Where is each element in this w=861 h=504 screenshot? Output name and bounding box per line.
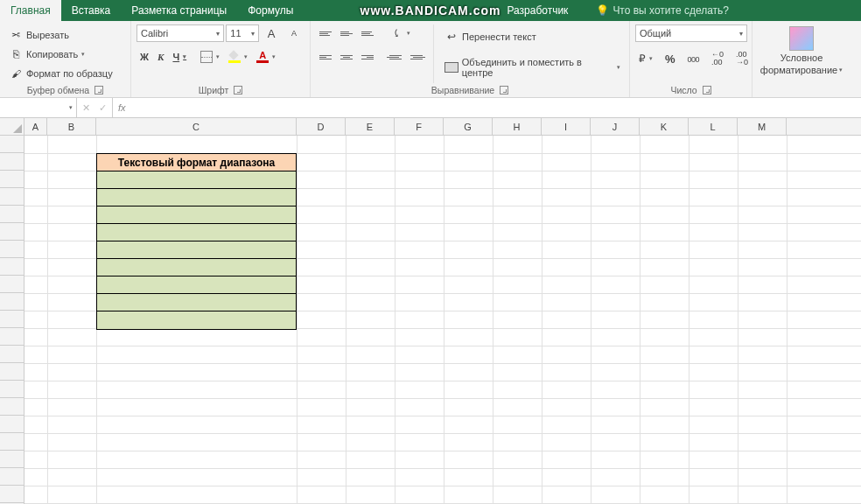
orientation-button[interactable]: ▾ xyxy=(386,24,414,42)
row-header[interactable] xyxy=(0,416,24,433)
column-header[interactable]: C xyxy=(96,118,297,135)
row-header[interactable] xyxy=(0,486,24,503)
merge-center-button[interactable]: Объединить и поместить в центре ▾ xyxy=(441,55,624,80)
insert-function-button[interactable]: fx xyxy=(113,98,131,117)
font-color-button[interactable]: A ▾ xyxy=(253,49,279,65)
tab-home[interactable]: Главная xyxy=(0,0,61,21)
spreadsheet-grid: ABCDEFGHIJKLM Текстовый формат диапазона xyxy=(0,118,861,504)
row-header[interactable] xyxy=(0,276,24,293)
increase-decimal-button[interactable]: ←0 .00 xyxy=(708,49,727,68)
formatted-cell[interactable] xyxy=(97,242,296,259)
row-header[interactable] xyxy=(0,433,24,451)
tab-formulas[interactable]: Формулы xyxy=(237,0,304,21)
number-format-value: Общий xyxy=(640,28,671,38)
tell-me-search[interactable]: 💡 Что вы хотите сделать? xyxy=(596,4,729,17)
align-top-button[interactable] xyxy=(316,25,335,41)
conditional-formatting-button[interactable]: Условное форматирование ▾ xyxy=(757,24,846,95)
column-header[interactable]: A xyxy=(24,118,47,135)
formatted-cell[interactable] xyxy=(97,189,296,206)
font-dialog-launcher[interactable] xyxy=(234,86,242,94)
column-header[interactable]: K xyxy=(640,118,689,135)
column-header[interactable]: F xyxy=(395,118,444,135)
row-header[interactable] xyxy=(0,346,24,363)
formatted-cell[interactable] xyxy=(97,224,296,242)
cancel-formula-button[interactable]: ✕ xyxy=(82,102,90,114)
row-header[interactable] xyxy=(0,328,24,346)
row-header[interactable] xyxy=(0,258,24,276)
column-header[interactable]: B xyxy=(47,118,96,135)
row-header[interactable] xyxy=(0,398,24,416)
row-header[interactable] xyxy=(0,293,24,311)
alignment-dialog-launcher[interactable] xyxy=(500,86,508,94)
decrease-decimal-icon: .00 →0 xyxy=(736,51,748,66)
font-size-combo[interactable]: 11 ▾ xyxy=(226,24,259,42)
row-header[interactable] xyxy=(0,223,24,241)
column-header[interactable]: J xyxy=(591,118,640,135)
column-header[interactable]: D xyxy=(297,118,346,135)
increase-indent-button[interactable] xyxy=(407,49,426,65)
column-header[interactable]: M xyxy=(738,118,787,135)
clipboard-dialog-launcher[interactable] xyxy=(94,86,103,94)
formatted-cell[interactable] xyxy=(97,206,296,224)
italic-button[interactable]: К xyxy=(154,50,167,64)
cells-area[interactable]: Текстовый формат диапазона xyxy=(24,136,861,504)
confirm-formula-button[interactable]: ✓ xyxy=(99,102,107,114)
align-bottom-button[interactable] xyxy=(358,25,377,41)
wrap-text-button[interactable]: Перенести текст xyxy=(441,28,624,46)
font-name-combo[interactable]: Calibri ▾ xyxy=(136,24,224,42)
underline-button[interactable]: Ч ▾ xyxy=(169,50,190,64)
align-left-button[interactable] xyxy=(316,49,335,65)
formatted-cell[interactable] xyxy=(97,259,296,276)
percent-button[interactable] xyxy=(662,51,679,67)
column-header[interactable]: E xyxy=(346,118,395,135)
formula-input[interactable] xyxy=(131,98,861,117)
formatted-cell[interactable] xyxy=(97,294,296,312)
tab-insert[interactable]: Вставка xyxy=(61,0,122,21)
accounting-format-button[interactable]: ₽▾ xyxy=(635,51,656,66)
number-dialog-launcher[interactable] xyxy=(703,86,711,94)
chevron-down-icon: ▾ xyxy=(617,64,620,71)
conditional-formatting-icon xyxy=(789,26,814,51)
copy-button[interactable]: Копировать ▾ xyxy=(5,46,116,63)
chevron-down-icon: ▾ xyxy=(244,53,248,60)
align-middle-button[interactable] xyxy=(337,25,356,41)
row-header[interactable] xyxy=(0,241,24,258)
row-header[interactable] xyxy=(0,171,24,188)
align-center-button[interactable] xyxy=(337,49,356,65)
column-header[interactable]: L xyxy=(689,118,738,135)
name-box[interactable]: ▾ xyxy=(0,98,77,117)
percent-icon xyxy=(665,52,676,66)
format-painter-button[interactable]: Формат по образцу xyxy=(5,65,116,82)
column-header[interactable]: I xyxy=(542,118,591,135)
fill-color-button[interactable]: ▾ xyxy=(225,49,251,65)
shrink-font-button[interactable] xyxy=(284,24,304,42)
row-header[interactable] xyxy=(0,153,24,171)
cut-button[interactable]: Вырезать xyxy=(5,26,116,44)
row-header[interactable] xyxy=(0,206,24,223)
bold-button[interactable]: Ж xyxy=(136,50,152,64)
decrease-decimal-button[interactable]: .00 →0 xyxy=(732,49,752,68)
formatted-cell[interactable] xyxy=(97,312,296,329)
row-header[interactable] xyxy=(0,311,24,328)
row-header[interactable] xyxy=(0,363,24,381)
row-header[interactable] xyxy=(0,136,24,153)
align-right-button[interactable] xyxy=(358,49,377,65)
cell-c2-header[interactable]: Текстовый формат диапазона xyxy=(97,154,296,172)
tab-developer[interactable]: Разработчик xyxy=(496,0,578,21)
select-all-corner[interactable] xyxy=(0,118,24,135)
row-header[interactable] xyxy=(0,468,24,486)
grow-font-button[interactable] xyxy=(261,24,282,42)
row-header[interactable] xyxy=(0,381,24,398)
column-header[interactable]: G xyxy=(444,118,493,135)
formatted-cell[interactable] xyxy=(97,276,296,294)
tab-page-layout[interactable]: Разметка страницы xyxy=(121,0,237,21)
borders-button[interactable]: ▾ xyxy=(197,49,223,65)
number-format-combo[interactable]: Общий ▾ xyxy=(635,24,747,42)
column-header[interactable]: H xyxy=(493,118,542,135)
increase-font-icon xyxy=(264,26,278,40)
thousands-button[interactable] xyxy=(684,52,704,66)
decrease-indent-button[interactable] xyxy=(386,49,405,65)
row-header[interactable] xyxy=(0,188,24,206)
formatted-cell[interactable] xyxy=(97,172,296,189)
row-header[interactable] xyxy=(0,451,24,468)
